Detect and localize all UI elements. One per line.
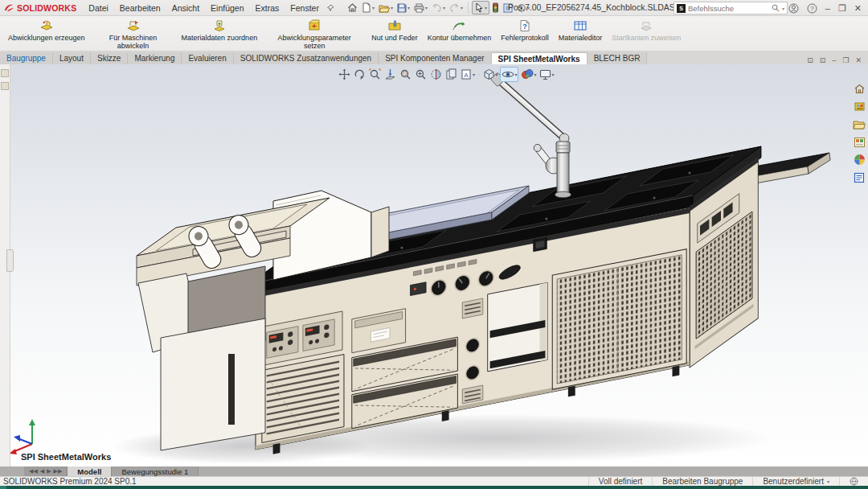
menu-einfuegen[interactable]: Einfügen: [205, 3, 249, 13]
pane-icon-2[interactable]: ⊡: [820, 56, 826, 64]
model-tab[interactable]: Modell: [68, 466, 112, 476]
normal-to-button[interactable]: [383, 68, 397, 81]
nav-next-icon[interactable]: ▶: [47, 468, 51, 475]
ribbon-abwicklungen-erzeugen-button[interactable]: Abwicklungen erzeugen: [5, 18, 88, 43]
tongue-groove-icon: [387, 19, 402, 32]
tab-markierung[interactable]: Markierung: [128, 52, 182, 64]
error-log-icon: ?: [518, 19, 532, 32]
kochblock-3d-model[interactable]: [0, 64, 868, 466]
menu-bearbeiten[interactable]: Bearbeiten: [114, 3, 166, 13]
motion-study-tab[interactable]: Bewegungsstudie 1: [112, 466, 199, 476]
ribbon-materialdaten-zuordnen-button[interactable]: Materialdaten zuordnen: [178, 18, 261, 43]
tab-solidworks-zusatzanwendungen[interactable]: SOLIDWORKS Zusatzanwendungen: [234, 52, 379, 64]
home-button[interactable]: [346, 2, 359, 14]
ribbon-materialeditor-button[interactable]: Materialeditor: [555, 18, 606, 43]
close-button[interactable]: ✕: [854, 4, 862, 13]
hide-show-items-button[interactable]: ▾: [500, 67, 518, 82]
graphics-viewport[interactable]: A ▾ · ▾ ▾ ▾ ▾: [0, 64, 868, 466]
appearances-scenes-icon[interactable]: [852, 153, 866, 166]
new-document-button[interactable]: ▾: [360, 2, 376, 14]
doc-close-button[interactable]: ✕: [855, 56, 862, 64]
flat-pattern-icon: [307, 19, 321, 32]
annotation-views-button[interactable]: A ▾: [460, 68, 476, 81]
menu-datei[interactable]: Datei: [83, 3, 114, 13]
product-version-label: SOLIDWORKS Premium 2024 SP0.1: [0, 477, 137, 486]
ribbon-fuer-maschinen-abwickeln-button[interactable]: Für Maschinen abwickeln: [92, 18, 175, 51]
ribbon-kontur-uebernehmen-button[interactable]: Kontur übernehmen: [424, 18, 495, 43]
display-style-button[interactable]: ▾: [482, 68, 498, 81]
pin-menu-icon[interactable]: [326, 4, 334, 12]
rebuild-button[interactable]: [490, 2, 501, 14]
ribbon-nut-und-feder-button[interactable]: Nut und Feder: [368, 18, 421, 43]
property-manager-icon[interactable]: [1, 82, 9, 90]
section-view-button[interactable]: [429, 68, 443, 81]
nav-last-icon[interactable]: ▶▶: [54, 468, 63, 475]
tab-baugruppe[interactable]: Baugruppe: [0, 52, 53, 64]
brand-text: SOLIDWORKS: [17, 3, 76, 13]
view-settings-button[interactable]: ▾: [538, 68, 555, 81]
model-tab-bar: ◀◀ ◀ ▶ ▶▶ Modell Bewegungsstudie 1: [0, 466, 868, 476]
unfold-sheet-icon: [39, 19, 54, 32]
tab-spi-komponenten-manager[interactable]: SPI Komponenten Manager: [379, 52, 491, 64]
zoom-in-out-button[interactable]: [414, 68, 428, 81]
select-tool-button[interactable]: ▾: [472, 1, 489, 14]
edit-mode-label: Bearbeiten Baugruppe: [652, 477, 752, 486]
zoom-area-button[interactable]: [399, 68, 412, 81]
edit-appearance-button[interactable]: ▾: [520, 68, 537, 81]
tag-globe-icon[interactable]: [839, 477, 868, 486]
ribbon-startkanten-zuweisen-button[interactable]: Startkanten zuweisen: [608, 18, 684, 43]
undo-button[interactable]: ▾: [430, 2, 447, 13]
restore-button[interactable]: ❐: [838, 4, 846, 13]
menu-fenster[interactable]: Fenster: [285, 3, 325, 13]
zoom-fit-button[interactable]: [368, 68, 382, 81]
assembly-tree-icon[interactable]: [1, 69, 9, 77]
search-input[interactable]: [688, 4, 769, 13]
panel-splitter-handle[interactable]: [6, 249, 14, 272]
config-caret-icon: ▾: [827, 479, 829, 484]
file-explorer-icon[interactable]: [852, 117, 866, 131]
menu-ansicht[interactable]: Ansicht: [166, 3, 205, 13]
view-palette-icon[interactable]: [852, 135, 866, 149]
design-library-icon[interactable]: [852, 100, 866, 113]
save-button[interactable]: ▾: [395, 2, 411, 14]
louvered-grille-door[interactable]: [262, 355, 344, 443]
minimize-button[interactable]: –: [825, 4, 830, 13]
open-document-button[interactable]: ▾: [377, 2, 395, 14]
open-shelf-compartment[interactable]: [488, 282, 548, 372]
tab-skizze[interactable]: Skizze: [91, 52, 128, 64]
print-button[interactable]: ▾: [412, 2, 429, 14]
nav-first-icon[interactable]: ◀◀: [29, 468, 38, 475]
tab-spi-sheetmetalworks[interactable]: SPI SheetMetalWorks: [492, 52, 588, 64]
redo-button[interactable]: ▾: [448, 2, 465, 13]
active-addin-label: SPI SheetMetalWorks: [21, 452, 111, 462]
rotate-view-button[interactable]: [353, 68, 366, 81]
pane-icon[interactable]: ⊡: [807, 56, 813, 64]
resources-home-icon[interactable]: [852, 82, 866, 96]
help-icon[interactable]: ?: [807, 3, 817, 14]
tab-layout[interactable]: Layout: [53, 52, 91, 64]
quick-access-toolbar: ▾ ▾ ▾ ▾ ▾ ▾: [346, 1, 531, 14]
account-icon[interactable]: [788, 3, 799, 14]
document-title: Pos.7.00_EF2056274.45_Kochblock.SLDASM *: [508, 2, 688, 12]
tab-blech-bgr[interactable]: BLECH BGR: [588, 52, 648, 64]
heads-up-view-toolbar: A ▾ · ▾ ▾ ▾ ▾: [338, 67, 555, 82]
ribbon-fehlerprotokoll-button[interactable]: ? Fehlerprotokoll: [497, 18, 552, 43]
ribbon-abwicklungsparameter-setzen-button[interactable]: Abwicklungsparameter setzen: [264, 18, 365, 51]
search-icon[interactable]: [772, 4, 780, 12]
command-search[interactable]: S ▾: [674, 2, 788, 14]
start-edges-icon-disabled: [639, 19, 653, 32]
faucet[interactable]: [490, 72, 571, 198]
configuration-selector[interactable]: Benutzerdefiniert ▾: [752, 477, 839, 486]
doc-restore-button[interactable]: ❐: [842, 56, 849, 64]
menu-extras[interactable]: Extras: [250, 3, 285, 13]
previous-view-button[interactable]: [444, 68, 458, 81]
search-caret-icon[interactable]: ▾: [782, 6, 784, 11]
custom-properties-icon[interactable]: [852, 171, 866, 184]
doc-minimize-button[interactable]: –: [832, 56, 836, 64]
solidworks-logo: SOLIDWORKS: [0, 3, 83, 13]
nav-prev-icon[interactable]: ◀: [40, 468, 44, 475]
pan-button[interactable]: [338, 68, 351, 81]
svg-text:?: ?: [522, 23, 527, 31]
tab-evaluieren[interactable]: Evaluieren: [182, 52, 233, 64]
model-tab-nav[interactable]: ◀◀ ◀ ▶ ▶▶: [24, 466, 68, 476]
